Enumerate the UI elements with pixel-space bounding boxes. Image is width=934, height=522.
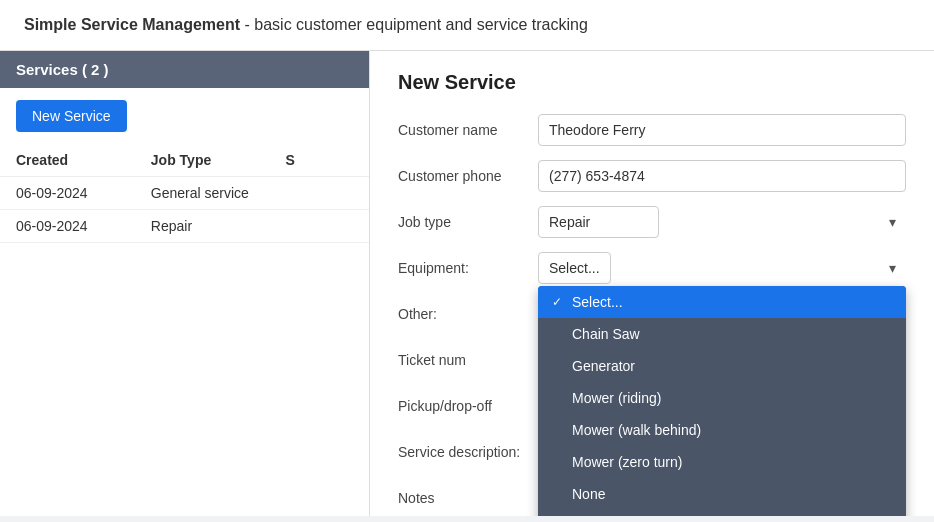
dropdown-item-label: Generator	[572, 358, 635, 374]
main-layout: Services ( 2 ) New Service Created Job T…	[0, 51, 934, 516]
new-service-button[interactable]: New Service	[16, 100, 127, 132]
equipment-row: Equipment: Select... ✓ Select... Chain S…	[398, 252, 906, 284]
dropdown-item-mower-riding[interactable]: Mower (riding)	[538, 382, 906, 414]
row1-created: 06-09-2024	[16, 185, 151, 201]
form-title: New Service	[398, 71, 906, 94]
row2-status	[286, 218, 353, 234]
customer-phone-row: Customer phone	[398, 160, 906, 192]
dropdown-item-mower-zero[interactable]: Mower (zero turn)	[538, 446, 906, 478]
dropdown-item-label: Chain Saw	[572, 326, 640, 342]
dropdown-item-label: Mower (walk behind)	[572, 422, 701, 438]
notes-label: Notes	[398, 490, 538, 506]
row1-job-type: General service	[151, 185, 286, 201]
dropdown-item-other[interactable]: Other	[538, 510, 906, 516]
equipment-label: Equipment:	[398, 260, 538, 276]
job-type-select-wrapper: Repair General service	[538, 206, 906, 238]
col-created: Created	[16, 152, 151, 168]
other-label: Other:	[398, 306, 538, 322]
customer-phone-input[interactable]	[538, 160, 906, 192]
dropdown-item-generator[interactable]: Generator	[538, 350, 906, 382]
dropdown-item-none[interactable]: None	[538, 478, 906, 510]
dropdown-item-mower-walk[interactable]: Mower (walk behind)	[538, 414, 906, 446]
sidebar-title: Services	[16, 61, 78, 78]
customer-phone-label: Customer phone	[398, 168, 538, 184]
dropdown-item-select[interactable]: ✓ Select...	[538, 286, 906, 318]
row2-job-type: Repair	[151, 218, 286, 234]
dropdown-item-label: Select...	[572, 294, 623, 310]
pickup-label: Pickup/drop-off	[398, 398, 538, 414]
sidebar: Services ( 2 ) New Service Created Job T…	[0, 51, 370, 516]
customer-name-input[interactable]	[538, 114, 906, 146]
row1-status	[286, 185, 353, 201]
customer-name-row: Customer name	[398, 114, 906, 146]
customer-name-label: Customer name	[398, 122, 538, 138]
check-icon: ✓	[552, 295, 566, 309]
col-job-type: Job Type	[151, 152, 286, 168]
equipment-dropdown: ✓ Select... Chain Saw Generator Mower (r…	[538, 286, 906, 516]
ticket-num-label: Ticket num	[398, 352, 538, 368]
table-row[interactable]: 06-09-2024 Repair	[0, 210, 369, 243]
table-header: Created Job Type S	[0, 144, 369, 177]
equipment-select[interactable]: Select...	[538, 252, 611, 284]
app-header: Simple Service Management - basic custom…	[0, 0, 934, 51]
right-panel: New Service Customer name Customer phone…	[370, 51, 934, 516]
col-status: S	[286, 152, 353, 168]
job-type-select[interactable]: Repair General service	[538, 206, 659, 238]
dropdown-item-label: None	[572, 486, 605, 502]
sidebar-count: ( 2 )	[82, 61, 109, 78]
job-type-label: Job type	[398, 214, 538, 230]
sidebar-header: Services ( 2 )	[0, 51, 369, 88]
dropdown-item-label: Mower (riding)	[572, 390, 661, 406]
dropdown-item-label: Mower (zero turn)	[572, 454, 682, 470]
table-row[interactable]: 06-09-2024 General service	[0, 177, 369, 210]
job-type-row: Job type Repair General service	[398, 206, 906, 238]
row2-created: 06-09-2024	[16, 218, 151, 234]
app-title: Simple Service Management - basic custom…	[24, 16, 588, 33]
dropdown-item-chain-saw[interactable]: Chain Saw	[538, 318, 906, 350]
sidebar-actions: New Service	[0, 88, 369, 144]
service-desc-label: Service description:	[398, 444, 538, 460]
equipment-select-wrapper: Select...	[538, 252, 906, 284]
